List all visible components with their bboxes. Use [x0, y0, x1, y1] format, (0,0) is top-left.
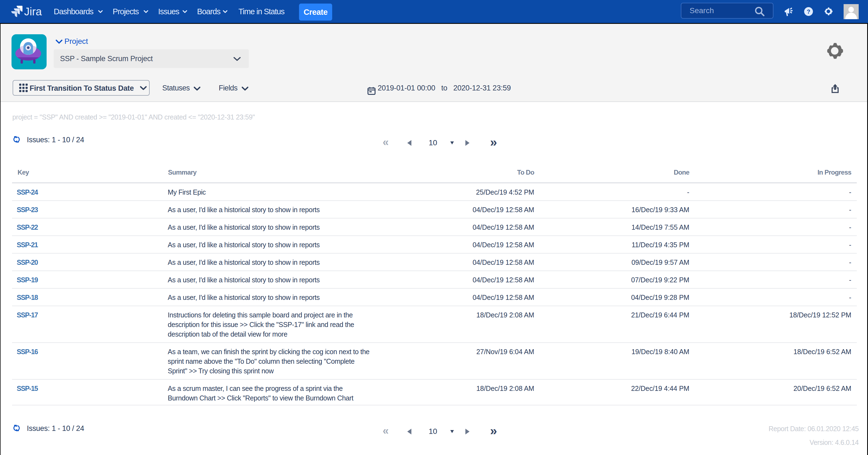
svg-text:?: ? [807, 8, 810, 15]
